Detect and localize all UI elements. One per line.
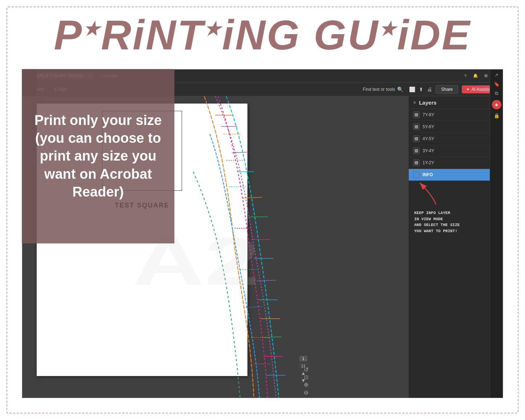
bookmark-icon[interactable]: 🔖: [494, 81, 500, 87]
refresh-icon[interactable]: ↺: [304, 366, 308, 373]
print-icon[interactable]: 🖨: [427, 86, 432, 92]
svg-line-0: [232, 152, 249, 153]
layer-item-1y2y[interactable]: 1Y-2Y: [409, 157, 503, 169]
layers-close-btn[interactable]: ×: [413, 100, 416, 105]
upload-icon[interactable]: ⬆: [419, 86, 423, 92]
layer-item-4y5y[interactable]: 4Y-5Y: [409, 133, 503, 145]
ai-icon: ✦: [466, 87, 470, 92]
bell-icon[interactable]: 🔔: [472, 73, 479, 79]
overlay-text-box: Print only your size (you can choose to …: [22, 69, 174, 243]
zoom-in-icon[interactable]: ⊕: [304, 381, 308, 388]
layer-name: 4Y-5Y: [423, 136, 434, 141]
layer-visibility-icon: [413, 148, 420, 154]
layer-name: 7Y-8Y: [423, 112, 434, 117]
annotation-area: KEEP INFO LAYER IN VIEW MODE AND SELECT …: [409, 203, 503, 241]
export-icon[interactable]: ↗: [494, 72, 498, 78]
layer-name-active: INFO: [423, 172, 433, 177]
search-icon: 🔍: [397, 86, 403, 92]
grid-icon[interactable]: ⊞: [482, 73, 489, 79]
lock-icon[interactable]: 🔒: [494, 113, 500, 118]
red-arrow: [414, 181, 451, 206]
annotation-text: KEEP INFO LAYER IN VIEW MODE AND SELECT …: [414, 210, 497, 234]
zoom-out-icon[interactable]: ⊖: [304, 389, 308, 396]
layers-header: × Layers ...: [409, 96, 503, 109]
copy-icon[interactable]: ⧉: [495, 90, 498, 96]
layer-item-3y4y[interactable]: 3Y-4Y: [409, 145, 503, 157]
zoom-controls: ↺ ⊡ ⊕ ⊖: [304, 366, 308, 396]
layer-visibility-icon: [413, 124, 420, 130]
overlay-text: Print only your size (you can choose to …: [33, 112, 163, 201]
search-text: Find text or tools: [363, 87, 395, 92]
layer-name: 5Y-6Y: [423, 124, 434, 129]
layer-name: 1Y-2Y: [423, 160, 434, 165]
fit-page-icon[interactable]: ⊡: [304, 374, 308, 380]
svg-line-6: [257, 280, 276, 281]
layers-panel: × Layers ... 7Y-8Y 5Y-6Y 4Y-5Y 3Y-4Y: [408, 96, 503, 398]
layers-title: Layers: [419, 100, 490, 106]
current-page: 1: [299, 356, 307, 362]
title-area: P★RiNT★iNG GU★iDE: [0, 11, 525, 59]
layer-item-info[interactable]: INFO: [409, 169, 503, 181]
layer-name: 3Y-4Y: [423, 148, 434, 153]
help-icon[interactable]: ?: [462, 73, 469, 79]
layer-visibility-icon: [413, 112, 420, 118]
layer-visibility-icon: [413, 136, 420, 142]
svg-line-17: [246, 307, 262, 307]
toolbar-right-icons: ⬜ ⬆ 🖨 Share ✦ AI Assistant: [409, 85, 498, 94]
cloud-upload-icon[interactable]: ⬜: [409, 86, 415, 92]
layer-visibility-icon: [413, 171, 420, 178]
search-area[interactable]: Find text or tools 🔍: [363, 86, 404, 92]
layer-item-7y8y[interactable]: 7Y-8Y: [409, 109, 503, 121]
layer-item-5y6y[interactable]: 5Y-6Y: [409, 121, 503, 133]
panel-icons-column: ↗ 🔖 ⧉ ◈ 🔒: [490, 69, 503, 398]
layers-active-icon[interactable]: ◈: [492, 100, 501, 109]
page-title: P★RiNT★iNG GU★iDE: [54, 13, 471, 58]
layer-visibility-icon: [413, 159, 420, 166]
share-button[interactable]: Share: [436, 85, 458, 94]
